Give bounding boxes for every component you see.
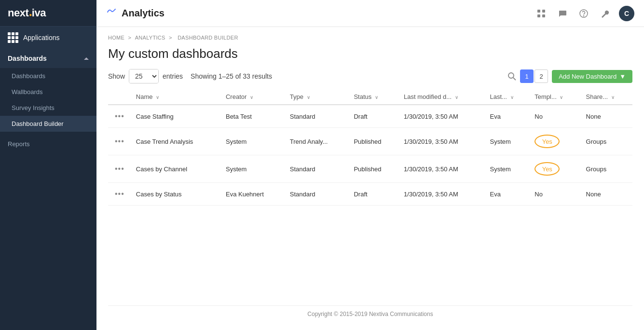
breadcrumb: HOME > ANALYTICS > DASHBOARD BUILDER <box>108 35 632 41</box>
row-template-cell: Yes <box>530 128 581 155</box>
topbar: Analytics <box>96 0 644 27</box>
row-shared-cell: Groups <box>581 128 632 155</box>
help-icon[interactable] <box>576 6 591 21</box>
col-creator[interactable]: Creator ∨ <box>221 89 285 105</box>
main-content: Analytics <box>96 0 644 330</box>
row-modified-cell: 1/30/2019, 3:50 AM <box>399 105 485 128</box>
template-no-value: No <box>534 113 543 120</box>
sidebar-item-wallboards[interactable]: Wallboards <box>0 84 96 100</box>
logo-dot: ● <box>29 12 32 17</box>
add-btn-chevron: ▼ <box>619 73 626 80</box>
section-title: Dashboards <box>8 55 47 62</box>
breadcrumb-home[interactable]: HOME <box>108 35 124 41</box>
entries-select-wrapper[interactable]: 10 25 50 100 <box>129 69 159 83</box>
row-template-cell: Yes <box>530 155 581 183</box>
row-status-cell: Draft <box>349 105 399 128</box>
col-shared[interactable]: Share... ∨ <box>581 89 632 105</box>
row-actions-cell: ••• <box>108 155 131 183</box>
table-header-row: Name ∨ Creator ∨ Type ∨ Status ∨ Last mo… <box>108 89 632 105</box>
row-status-cell: Published <box>349 128 399 155</box>
row-name-cell: Cases by Status <box>131 183 221 206</box>
controls-left: Show 10 25 50 100 entries Showing 1–25 o… <box>108 69 272 83</box>
row-modified-cell: 1/30/2019, 3:50 AM <box>399 155 485 183</box>
col-last-modified[interactable]: Last modified d... ∨ <box>399 89 485 105</box>
row-shared-cell: None <box>581 183 632 206</box>
table-row: ••• Case Trend Analysis System Trend Ana… <box>108 128 632 155</box>
sidebar-nav: Dashboards Wallboards Survey Insights Da… <box>0 68 96 132</box>
col-name[interactable]: Name ∨ <box>131 89 221 105</box>
row-type-cell: Standard <box>285 105 349 128</box>
row-menu-button[interactable]: ••• <box>113 165 126 173</box>
row-last-user-cell: System <box>485 155 530 183</box>
user-avatar[interactable]: C <box>619 6 634 21</box>
svg-point-5 <box>584 15 584 16</box>
page-title-topbar: Analytics <box>122 8 164 19</box>
row-status-cell: Published <box>349 155 399 183</box>
row-creator-cell: System <box>221 155 285 183</box>
breadcrumb-analytics[interactable]: ANALYTICS <box>135 35 165 41</box>
applications-nav[interactable]: Applications <box>0 27 96 49</box>
row-name-cell: Cases by Channel <box>131 155 221 183</box>
svg-line-7 <box>513 78 516 80</box>
page-1-button[interactable]: 1 <box>520 69 534 83</box>
add-dashboard-button[interactable]: Add New Dashboard ▼ <box>552 70 632 83</box>
applications-label: Applications <box>23 34 60 41</box>
col-status[interactable]: Status ∨ <box>349 89 399 105</box>
table-container: Name ∨ Creator ∨ Type ∨ Status ∨ Last mo… <box>108 89 632 305</box>
row-shared-cell: None <box>581 105 632 128</box>
row-type-cell: Standard <box>285 183 349 206</box>
row-actions-cell: ••• <box>108 128 131 155</box>
content-area: HOME > ANALYTICS > DASHBOARD BUILDER My … <box>96 27 644 330</box>
sidebar-item-survey-insights[interactable]: Survey Insights <box>0 100 96 116</box>
col-last-user[interactable]: Last... ∨ <box>485 89 530 105</box>
row-modified-cell: 1/30/2019, 3:50 AM <box>399 128 485 155</box>
results-text: Showing 1–25 of 33 results <box>191 72 272 80</box>
row-modified-cell: 1/30/2019, 3:50 AM <box>399 183 485 206</box>
pagination: 1 2 <box>520 69 548 83</box>
breadcrumb-sep-1: > <box>128 35 133 41</box>
svg-rect-1 <box>542 10 545 13</box>
row-last-user-cell: Eva <box>485 183 530 206</box>
sidebar-item-reports[interactable]: Reports <box>0 136 96 152</box>
row-menu-button[interactable]: ••• <box>113 137 126 146</box>
sidebar-item-dashboard-builder[interactable]: Dashboard Builder <box>0 116 96 132</box>
sidebar: next●iva Applications Dashboards Dashboa… <box>0 0 96 330</box>
row-last-user-cell: Eva <box>485 105 530 128</box>
svg-rect-0 <box>537 10 540 13</box>
sidebar-item-dashboards[interactable]: Dashboards <box>0 68 96 84</box>
sidebar-bottom: Reports <box>0 136 96 152</box>
search-button[interactable] <box>507 72 516 81</box>
page-title: My custom dashboards <box>108 46 632 61</box>
col-type[interactable]: Type ∨ <box>285 89 349 105</box>
chat-icon[interactable] <box>555 6 570 21</box>
row-type-cell: Trend Analy... <box>285 128 349 155</box>
col-template[interactable]: Templ... ∨ <box>530 89 581 105</box>
logo-area: next●iva <box>0 0 96 27</box>
row-name-cell: Case Staffing <box>131 105 221 128</box>
grid-icon <box>8 32 18 43</box>
row-menu-button[interactable]: ••• <box>113 112 126 121</box>
table-row: ••• Cases by Status Eva Kuehnert Standar… <box>108 183 632 206</box>
row-creator-cell: System <box>221 128 285 155</box>
col-actions <box>108 89 131 105</box>
entries-select[interactable]: 10 25 50 100 <box>129 69 158 83</box>
row-shared-cell: Groups <box>581 155 632 183</box>
row-name-cell: Case Trend Analysis <box>131 128 221 155</box>
chevron-up-icon <box>84 57 89 60</box>
table-row: ••• Cases by Channel System Standard Pub… <box>108 155 632 183</box>
template-yes-badge: Yes <box>534 162 560 176</box>
row-actions-cell: ••• <box>108 183 131 206</box>
page-2-button[interactable]: 2 <box>534 69 548 83</box>
row-template-cell: No <box>530 105 581 128</box>
controls-right: 1 2 Add New Dashboard ▼ <box>507 69 632 83</box>
topbar-left: Analytics <box>106 7 164 20</box>
row-creator-cell: Eva Kuehnert <box>221 183 285 206</box>
template-yes-badge: Yes <box>534 135 560 148</box>
row-menu-button[interactable]: ••• <box>113 190 126 198</box>
analytics-icon <box>106 7 117 20</box>
svg-rect-3 <box>542 14 545 17</box>
wrench-icon[interactable] <box>598 6 612 21</box>
table-row: ••• Case Staffing Beta Test Standard Dra… <box>108 105 632 128</box>
dashboards-section-header[interactable]: Dashboards <box>0 49 96 68</box>
grid-view-icon[interactable] <box>534 6 548 21</box>
